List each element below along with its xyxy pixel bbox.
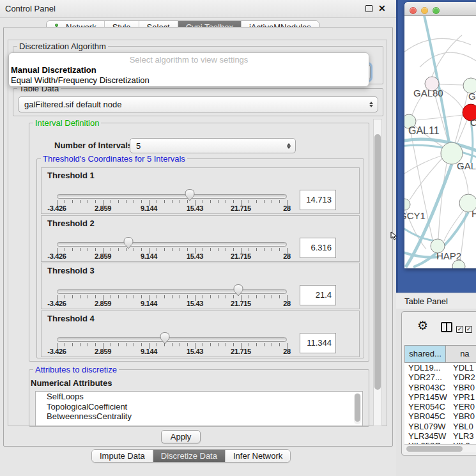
numerical-attributes-list[interactable]: SelfLoopsTopologicalCoefficientBetweenne… xyxy=(35,391,363,426)
network-window-titlebar[interactable] xyxy=(404,2,476,16)
cell-name[interactable]: YDR2 xyxy=(447,372,476,382)
threshold-value-field[interactable]: 14.713 xyxy=(300,190,336,210)
cell-name[interactable]: YPR1 xyxy=(447,392,476,402)
node-table: ⚙ ✓ ✓ shared... na YDL19...YDL1YDR27...Y… xyxy=(401,311,476,456)
slider-track[interactable] xyxy=(57,337,287,342)
slider-thumb[interactable] xyxy=(123,236,134,249)
minor-tick xyxy=(157,343,157,346)
tab-infer-network[interactable]: Infer Network xyxy=(225,450,290,462)
number-of-intervals-combobox[interactable]: 5 xyxy=(130,138,296,153)
table-row[interactable]: YPR145WYPR1 xyxy=(404,392,476,402)
table-row[interactable]: YDL19...YDL1 xyxy=(404,363,476,372)
table-row[interactable]: YBR043CYBR0 xyxy=(404,383,476,392)
table-row[interactable]: YDR27...YDR2 xyxy=(404,372,476,382)
table-row[interactable]: YLR345WYLR3 xyxy=(404,431,476,441)
minor-tick xyxy=(187,343,188,346)
network-view-window[interactable]: GAL80GACGAL11GAL4GCY1HHAP2 xyxy=(404,2,476,268)
minor-tick xyxy=(118,200,119,203)
minor-tick xyxy=(218,200,219,203)
cell-name[interactable]: YBL0 xyxy=(447,422,476,431)
minor-tick xyxy=(141,295,142,298)
cell-shared-name[interactable]: YPR145W xyxy=(404,392,447,402)
tick-label: 15.43 xyxy=(176,300,214,307)
tick-label: -3.426 xyxy=(38,252,76,260)
cell-shared-name[interactable]: YLR345W xyxy=(404,431,447,441)
attribute-list-item[interactable]: BetweennessCentrality xyxy=(36,411,362,422)
table-horizontal-scrollbar[interactable] xyxy=(404,444,476,452)
threshold-value-field[interactable]: 21.4 xyxy=(300,285,336,305)
table-row[interactable]: YBL079WYBL0 xyxy=(404,422,476,431)
tab-discretize-data[interactable]: Discretize Data xyxy=(153,450,225,462)
minor-tick xyxy=(95,343,96,346)
slider-track[interactable] xyxy=(57,289,287,294)
minor-tick xyxy=(172,295,173,298)
checkbox-select-icon[interactable]: ✓ xyxy=(456,326,463,333)
minor-tick xyxy=(141,200,142,203)
attribute-list-item[interactable]: TopologicalCoefficient xyxy=(36,402,362,412)
node-label: GA xyxy=(468,91,476,102)
minor-tick xyxy=(172,248,173,251)
minimize-traffic-light-icon[interactable] xyxy=(421,7,428,14)
cell-name[interactable]: YBR0 xyxy=(447,411,476,421)
tick-label: 15.43 xyxy=(176,348,214,355)
group-title: Threshold's Coordinates for 5 Intervals xyxy=(41,154,187,164)
threshold-label: Threshold 4 xyxy=(47,314,95,323)
panel-scrollbar-thumb[interactable] xyxy=(374,134,381,390)
slider-track[interactable] xyxy=(57,242,287,247)
cell-name[interactable]: YDL1 xyxy=(447,363,476,372)
attribute-list-item[interactable]: SelfLoops xyxy=(36,392,362,402)
cell-shared-name[interactable]: YER054C xyxy=(404,402,447,411)
cell-shared-name[interactable]: YBL079W xyxy=(404,422,447,431)
minor-tick xyxy=(203,200,203,203)
column-layout-icon[interactable] xyxy=(441,322,452,332)
gear-icon[interactable]: ⚙ xyxy=(417,319,428,332)
minor-tick xyxy=(65,248,65,251)
dropdown-option-equal-width-frequency[interactable]: Equal Width/Frequency Discretization xyxy=(11,75,150,85)
slider-track[interactable] xyxy=(57,194,287,199)
table-body: YDL19...YDL1YDR27...YDR2YBR043CYBR0YPR14… xyxy=(404,363,476,444)
tick-label: 9.144 xyxy=(130,348,168,355)
tick-label: 21.715 xyxy=(222,252,260,260)
cell-name[interactable]: YER0 xyxy=(447,402,476,411)
dropdown-option-manual-discretization[interactable]: Manual Discretization xyxy=(11,65,96,75)
cell-shared-name[interactable]: YBR043C xyxy=(404,383,447,392)
slider-thumb[interactable] xyxy=(185,188,195,201)
network-canvas[interactable]: GAL80GACGAL11GAL4GCY1HHAP2 xyxy=(404,16,476,268)
threshold-1-panel: Threshold 1 -3.4262.8599.14415.4321.7152… xyxy=(41,167,360,214)
float-window-icon[interactable] xyxy=(365,5,372,12)
threshold-value-field[interactable]: 11.344 xyxy=(300,333,336,353)
cell-shared-name[interactable]: YBR045C xyxy=(404,411,447,421)
cell-shared-name[interactable]: YDL19... xyxy=(404,363,447,372)
zoom-traffic-light-icon[interactable] xyxy=(433,7,440,14)
column-header-name[interactable]: na xyxy=(446,345,476,363)
slider-thumb[interactable] xyxy=(233,284,243,296)
cell-name[interactable]: YBR0 xyxy=(447,383,476,392)
numerical-attributes-label: Numerical Attributes xyxy=(31,378,112,388)
list-scrollbar[interactable] xyxy=(354,393,361,424)
cell-name[interactable]: YLR3 xyxy=(447,431,476,441)
checkbox-select-all-icon[interactable]: ✓ xyxy=(465,326,472,333)
minor-tick xyxy=(226,295,226,298)
minor-tick xyxy=(256,248,257,251)
minor-tick xyxy=(272,295,272,298)
threshold-label: Threshold 1 xyxy=(47,171,95,180)
close-icon[interactable]: ✕ xyxy=(378,3,386,13)
dropdown-prompt-item[interactable]: Select algorithm to view settings xyxy=(9,55,369,65)
network-node-gcy1[interactable] xyxy=(404,199,410,210)
column-header-shared-name[interactable]: shared... xyxy=(404,345,446,363)
table-data-combobox[interactable]: galFiltered.sif default node xyxy=(18,96,378,112)
apply-button[interactable]: Apply xyxy=(161,430,201,443)
slider-thumb[interactable] xyxy=(160,332,170,344)
minor-tick xyxy=(157,248,157,251)
threshold-label: Threshold 3 xyxy=(47,266,95,275)
table-row[interactable]: YER054CYER0 xyxy=(404,402,476,411)
table-row[interactable]: YBR045CYBR0 xyxy=(404,411,476,421)
threshold-value-field[interactable]: 6.316 xyxy=(300,238,336,258)
table-panel-titlebar: Table Panel xyxy=(396,293,476,309)
minor-tick xyxy=(118,295,119,298)
close-traffic-light-icon[interactable] xyxy=(410,7,417,14)
node-label: HAP2 xyxy=(436,250,461,261)
tab-impute-data[interactable]: Impute Data xyxy=(92,450,153,462)
cell-shared-name[interactable]: YDR27... xyxy=(404,372,447,382)
tick-label: 9.144 xyxy=(130,300,168,307)
